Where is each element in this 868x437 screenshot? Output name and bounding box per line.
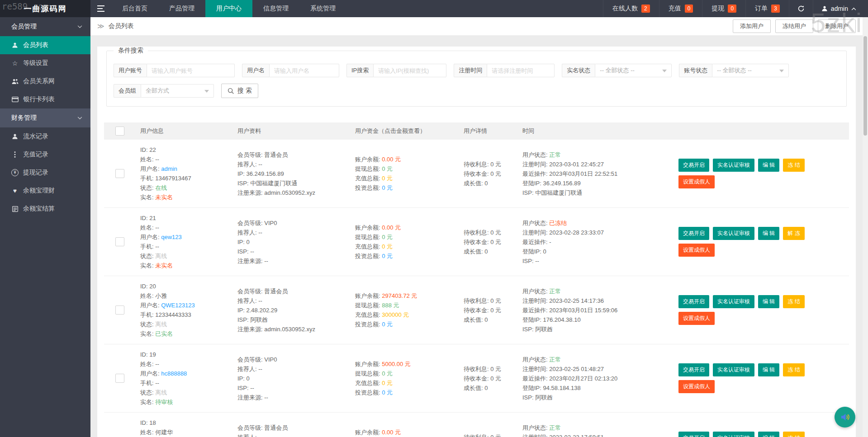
realname-status-select[interactable]: -- 全部状态 -- [595, 64, 672, 77]
set-fake-button[interactable]: 设置成假人 [678, 312, 715, 325]
delete-user-button[interactable]: 删除用户 [818, 19, 856, 33]
details-growth: 0 [484, 180, 488, 187]
funds-balance[interactable]: 0.00 元 [382, 156, 401, 163]
funds-withdraw[interactable]: 0 元 [382, 370, 393, 377]
cell-details: 待收利息: 0 元待收本金: 0 元成长值: 0 [459, 140, 518, 207]
user-menu[interactable]: admin [813, 0, 868, 17]
filter-realname-status: 实名状态 -- 全部状态 -- [562, 64, 672, 77]
sidebar-group-finance-mgmt[interactable]: 财务管理 [0, 108, 90, 127]
nav-item-system[interactable]: 系统管理 [299, 0, 346, 17]
freeze-button[interactable]: 冻 结 [783, 295, 804, 308]
set-fake-button[interactable]: 设置成假人 [678, 175, 715, 188]
funds-recharge[interactable]: 300000 元 [382, 311, 409, 318]
stat-badge: 3 [771, 5, 780, 13]
username-link[interactable]: qew123 [161, 234, 182, 240]
sidebar-item-withdraw-records[interactable]: ¥ 提现记录 [0, 164, 90, 182]
time-last_op: - [549, 239, 551, 245]
row-checkbox[interactable] [115, 169, 124, 178]
freeze-button[interactable]: 冻 结 [783, 363, 804, 376]
sidebar-item-flow-records[interactable]: 流水记录 [0, 127, 90, 146]
scrollbar[interactable] [863, 17, 868, 437]
nav-item-dashboard[interactable]: 后台首页 [111, 0, 158, 17]
funds-withdraw[interactable]: 888 元 [382, 302, 399, 309]
search-button[interactable]: 搜 索 [221, 84, 258, 98]
trade-toggle-button[interactable]: 交易开启 [678, 159, 709, 172]
sidebar-item-level-settings[interactable]: ☆ 等级设置 [0, 54, 90, 72]
funds-balance[interactable]: 297403.72 元 [382, 292, 417, 299]
field-label: 手机: [140, 243, 155, 250]
profile-level: 普通会员 [264, 424, 288, 431]
realname-audit-button[interactable]: 实名认证审核 [713, 227, 754, 240]
trade-toggle-button[interactable]: 交易开启 [678, 227, 709, 240]
trade-toggle-button[interactable]: 交易开启 [678, 363, 709, 376]
realname-audit-button[interactable]: 实名认证审核 [713, 363, 754, 376]
row-checkbox[interactable] [115, 305, 124, 315]
realname-audit-button[interactable]: 实名认证审核 [713, 159, 754, 172]
menu-toggle-icon[interactable] [90, 0, 111, 17]
cell-profile: 会员等级: VIP0推荐人: --IP: 0ISP: --注册来源: -- [233, 344, 351, 412]
cell-details: 待收利息: 0 元待收本金: 0 元成长值: 0 [459, 276, 518, 344]
sidebar-item-yuebao-settle[interactable]: 余额宝结算 [0, 200, 90, 218]
register-time-input[interactable] [487, 64, 555, 77]
sidebar-item-yuebao-invest[interactable]: ♥ 余额宝理财 [0, 182, 90, 200]
add-user-button[interactable]: 添加用户 [733, 19, 771, 33]
member-group-select[interactable]: 全部方式 [141, 84, 214, 98]
row-checkbox[interactable] [115, 237, 124, 246]
stat-recharge[interactable]: 充值0 [659, 0, 702, 17]
trade-toggle-button[interactable]: 交易开启 [678, 432, 709, 437]
edit-button[interactable]: 编 辑 [758, 227, 779, 240]
refresh-button[interactable] [789, 0, 813, 17]
username-input[interactable] [269, 64, 339, 77]
stat-online-users[interactable]: 在线人数2 [603, 0, 659, 17]
scrollbar-thumb[interactable] [863, 36, 867, 136]
funds-balance[interactable]: 5000.00 元 [382, 361, 411, 367]
funds-balance[interactable]: 0.00 元 [382, 429, 401, 436]
username-link[interactable]: QWE123123 [161, 302, 194, 309]
row-checkbox[interactable] [115, 374, 124, 383]
freeze-button[interactable]: 冻 结 [783, 432, 804, 437]
realname-audit-button[interactable]: 实名认证审核 [713, 295, 754, 308]
account-status-select[interactable]: -- 全部状态 -- [712, 64, 789, 77]
freeze-button[interactable]: 解 冻 [783, 227, 804, 240]
funds-invest[interactable]: 0 元 [382, 389, 393, 396]
sidebar-item-recharge-records[interactable]: 充值记录 [0, 146, 90, 164]
realname-audit-button[interactable]: 实名认证审核 [713, 432, 754, 437]
nav-item-info[interactable]: 信息管理 [252, 0, 299, 17]
sidebar-item-bank-cards[interactable]: 银行卡列表 [0, 90, 90, 108]
select-all-checkbox[interactable] [115, 127, 124, 136]
funds-invest[interactable]: 0 元 [382, 253, 393, 259]
profile-isp: -- [250, 385, 254, 391]
nav-item-user-center[interactable]: 用户中心 [205, 0, 252, 17]
field-label: 最近操作: [522, 307, 549, 314]
edit-button[interactable]: 编 辑 [758, 363, 779, 376]
edit-button[interactable]: 编 辑 [758, 159, 779, 172]
sidebar-item-member-list[interactable]: 会员列表 [0, 36, 90, 54]
funds-recharge[interactable]: 0 元 [382, 175, 393, 182]
time-login_ip: 36.249.156.89 [543, 180, 581, 187]
field-label: 推荐人: [237, 229, 258, 236]
edit-button[interactable]: 编 辑 [758, 432, 779, 437]
stat-orders[interactable]: 订单3 [745, 0, 789, 17]
nav-item-products[interactable]: 产品管理 [158, 0, 205, 17]
freeze-user-button[interactable]: 冻结用户 [775, 19, 813, 33]
sidebar-item-member-network[interactable]: 会员关系网 [0, 72, 90, 90]
username-link[interactable]: admin [161, 165, 177, 172]
ip-search-input[interactable] [373, 64, 446, 77]
stat-withdraw[interactable]: 提现0 [702, 0, 745, 17]
funds-withdraw[interactable]: 0 元 [382, 234, 393, 240]
account-input[interactable] [147, 64, 235, 77]
edit-button[interactable]: 编 辑 [758, 295, 779, 308]
sidebar-group-member-mgmt[interactable]: 会员管理 [0, 17, 90, 36]
funds-invest[interactable]: 0 元 [382, 184, 393, 191]
funds-withdraw[interactable]: 0 元 [382, 165, 393, 172]
funds-recharge[interactable]: 0 元 [382, 243, 393, 250]
funds-recharge[interactable]: 0 元 [382, 380, 393, 386]
sound-toggle-button[interactable] [835, 407, 855, 428]
trade-toggle-button[interactable]: 交易开启 [678, 295, 709, 308]
username-link[interactable]: hc888888 [161, 370, 187, 377]
set-fake-button[interactable]: 设置成假人 [678, 380, 715, 393]
funds-invest[interactable]: 0 元 [382, 321, 393, 328]
set-fake-button[interactable]: 设置成假人 [678, 244, 715, 257]
funds-balance[interactable]: 0.00 元 [382, 224, 401, 231]
freeze-button[interactable]: 冻 结 [783, 159, 804, 172]
